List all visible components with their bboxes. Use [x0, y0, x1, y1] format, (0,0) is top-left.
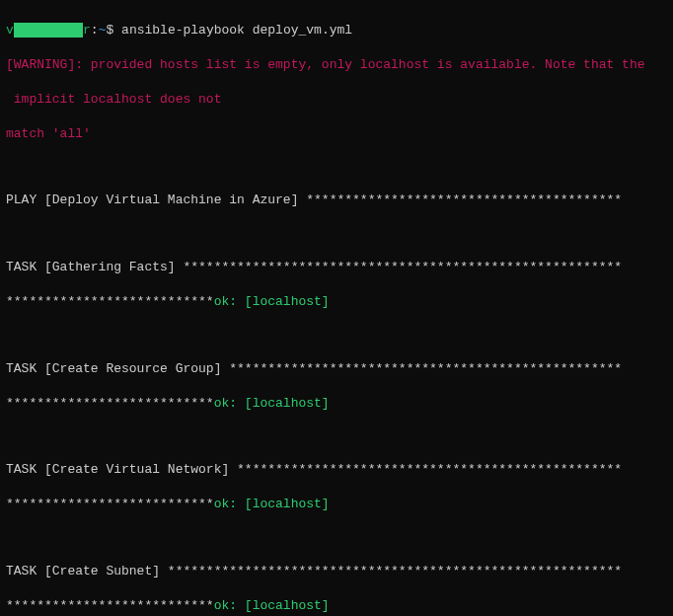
task-subnet-header: TASK [Create Subnet] *******************…	[6, 563, 667, 580]
prompt-line: vxxxxxxxxxr:~$ ansible-playbook deploy_v…	[6, 22, 667, 39]
play-header: PLAY [Deploy Virtual Machine in Azure] *…	[6, 192, 667, 209]
task-vnet-result: ***************************ok: [localhos…	[6, 496, 667, 513]
ok-localhost: ok: [localhost]	[214, 598, 330, 613]
task-gathering-header: TASK [Gathering Facts] *****************…	[6, 259, 667, 276]
task-gathering-result: ***************************ok: [localhos…	[6, 293, 667, 311]
warning-hosts-3: match 'all'	[6, 125, 667, 143]
prompt-dollar: $	[106, 23, 121, 38]
task-rg-header: TASK [Create Resource Group] ***********…	[6, 360, 667, 378]
prompt-sep: :	[91, 23, 99, 38]
terminal-output: vxxxxxxxxxr:~$ ansible-playbook deploy_v…	[0, 0, 673, 616]
prompt-user: vxxxxxxxxxr	[6, 23, 91, 38]
task-vnet-header: TASK [Create Virtual Network] **********…	[6, 461, 667, 479]
task-subnet-result: ***************************ok: [localhos…	[6, 597, 667, 615]
command-text: ansible-playbook deploy_vm.yml	[121, 23, 352, 38]
ok-localhost: ok: [localhost]	[214, 294, 330, 309]
warning-hosts-1: [WARNING]: provided hosts list is empty,…	[6, 56, 667, 74]
ok-localhost: ok: [localhost]	[214, 396, 330, 411]
warning-hosts-2: implicit localhost does not	[6, 91, 667, 109]
prompt-redacted: xxxxxxxxx	[14, 23, 83, 38]
task-rg-result: ***************************ok: [localhos…	[6, 395, 667, 413]
ok-localhost: ok: [localhost]	[214, 497, 330, 511]
